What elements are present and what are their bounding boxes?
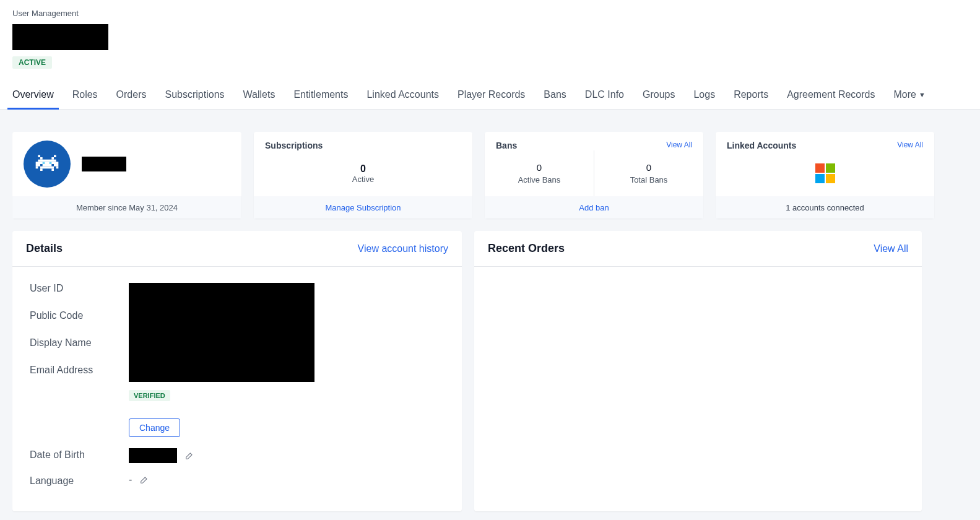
manage-subscription-link[interactable]: Manage Subscription (254, 196, 472, 219)
edit-dob-icon[interactable] (184, 451, 194, 461)
tab-roles[interactable]: Roles (72, 80, 98, 110)
details-labels-stack: User ID Public Code Display Name Email A… (30, 283, 129, 376)
svg-rect-7 (54, 164, 58, 167)
card-linked-accounts: Linked Accounts View All 1 accounts conn… (716, 132, 934, 219)
tab-more-label: More (893, 89, 916, 100)
svg-rect-13 (51, 168, 54, 171)
tab-overview[interactable]: Overview (12, 80, 54, 110)
svg-rect-14 (43, 162, 45, 164)
active-bans-label: Active Bans (518, 175, 561, 184)
subscriptions-title: Subscriptions (254, 132, 472, 150)
status-badge: ACTIVE (12, 56, 52, 69)
tabs: Overview Roles Orders Subscriptions Wall… (0, 80, 980, 110)
recent-orders-view-all-link[interactable]: View All (874, 243, 908, 254)
linked-accounts-footer: 1 accounts connected (716, 196, 934, 219)
subscriptions-sublabel: Active (352, 175, 374, 184)
svg-rect-9 (36, 167, 38, 169)
recent-orders-title: Recent Orders (488, 242, 565, 255)
details-title: Details (26, 242, 63, 255)
active-bans-count: 0 (537, 162, 542, 173)
svg-rect-3 (51, 157, 54, 160)
verified-badge: VERIFIED (129, 390, 170, 401)
svg-rect-12 (40, 168, 43, 171)
total-bans-count: 0 (646, 162, 651, 173)
tab-entitlements[interactable]: Entitlements (293, 80, 348, 110)
label-language: Language (30, 474, 129, 487)
tab-linked-accounts[interactable]: Linked Accounts (366, 80, 439, 110)
tab-groups[interactable]: Groups (643, 80, 675, 110)
label-user-id: User ID (30, 283, 129, 294)
view-account-history-link[interactable]: View account history (358, 243, 448, 254)
tab-player-records[interactable]: Player Records (457, 80, 525, 110)
edit-language-icon[interactable] (139, 475, 149, 485)
tab-bans[interactable]: Bans (544, 80, 566, 110)
page-title-mask (12, 24, 108, 50)
svg-rect-10 (56, 167, 59, 169)
svg-rect-4 (38, 160, 56, 162)
bans-view-all-link[interactable]: View All (666, 141, 692, 149)
label-email: Email Address (30, 365, 129, 376)
tab-more[interactable]: More ▼ (893, 80, 925, 110)
tab-reports[interactable]: Reports (734, 80, 768, 110)
subscriptions-count: 0 (360, 163, 366, 175)
tab-subscriptions[interactable]: Subscriptions (165, 80, 225, 110)
details-values-mask (129, 283, 314, 382)
change-button[interactable]: Change (129, 418, 180, 437)
linked-view-all-link[interactable]: View All (897, 141, 923, 149)
tab-wallets[interactable]: Wallets (243, 80, 275, 110)
tab-logs[interactable]: Logs (693, 80, 715, 110)
avatar (24, 141, 71, 188)
label-public-code: Public Code (30, 310, 129, 321)
tab-agreement-records[interactable]: Agreement Records (787, 80, 875, 110)
language-value: - (129, 474, 132, 485)
tab-orders[interactable]: Orders (116, 80, 147, 110)
svg-rect-15 (50, 162, 52, 164)
svg-rect-5 (36, 162, 59, 164)
avatar-icon (33, 150, 61, 178)
username-mask (82, 157, 126, 171)
svg-rect-11 (40, 167, 54, 169)
card-profile: Member since May 31, 2024 (12, 132, 241, 219)
card-subscriptions: Subscriptions 0 Active Manage Subscripti… (254, 132, 472, 219)
panel-recent-orders: Recent Orders View All (474, 231, 922, 511)
label-display-name: Display Name (30, 337, 129, 349)
panel-details: Details View account history User ID Pub… (12, 231, 462, 511)
card-bans: Bans View All 0 Active Bans 0 Total Bans… (485, 132, 703, 219)
chevron-down-icon: ▼ (919, 91, 926, 98)
dob-value-mask (129, 448, 177, 463)
svg-rect-8 (43, 164, 52, 167)
add-ban-link[interactable]: Add ban (485, 196, 703, 219)
svg-rect-2 (40, 157, 43, 160)
tab-dlc-info[interactable]: DLC Info (585, 80, 624, 110)
member-since: Member since May 31, 2024 (12, 196, 241, 219)
svg-rect-6 (36, 164, 40, 167)
microsoft-icon (815, 163, 835, 183)
svg-rect-1 (54, 155, 56, 157)
total-bans-label: Total Bans (630, 175, 668, 184)
breadcrumb[interactable]: User Management (12, 9, 968, 18)
label-dob: Date of Birth (30, 448, 129, 461)
svg-rect-0 (38, 155, 40, 157)
